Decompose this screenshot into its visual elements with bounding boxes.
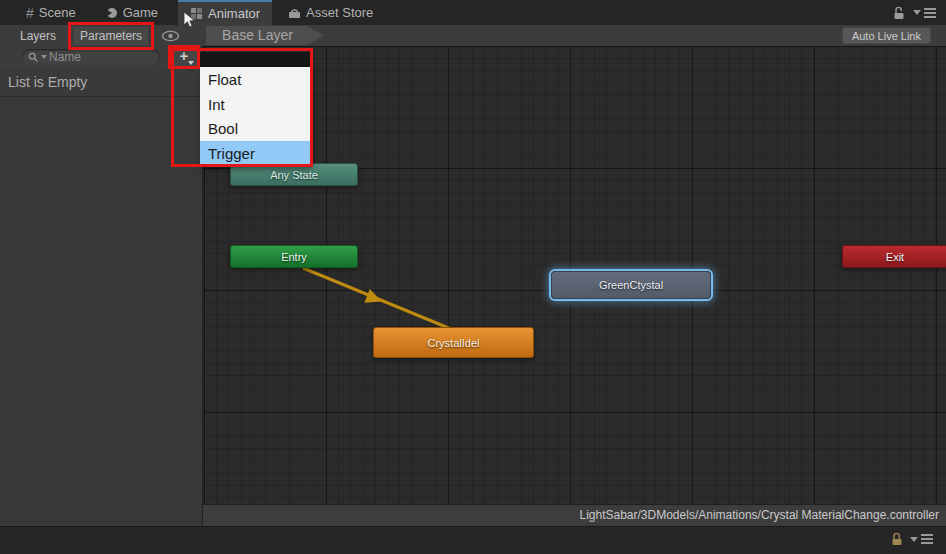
graph-canvas[interactable]: Any State Entry Exit GreenCtystal Crysta… [204, 46, 946, 504]
menu-item-int[interactable]: Int [200, 92, 310, 117]
node-greenctystal[interactable]: GreenCtystal [551, 271, 711, 299]
unlock-icon[interactable] [893, 6, 905, 20]
tab-animator[interactable]: Animator [178, 0, 272, 25]
lock-icon[interactable] [891, 532, 903, 546]
menu-item-trigger[interactable]: Trigger [200, 141, 310, 166]
tab-label: Scene [39, 5, 76, 20]
tab-layers[interactable]: Layers [20, 29, 56, 43]
parameter-search-row: + [0, 46, 202, 68]
tab-parameters[interactable]: Parameters [74, 27, 148, 45]
node-any-state[interactable]: Any State [230, 163, 358, 186]
caret-down-icon [188, 61, 194, 65]
search-field[interactable] [22, 49, 160, 65]
menu-item-bool[interactable]: Bool [200, 117, 310, 142]
menu-icon-bottom[interactable] [910, 534, 933, 544]
bag-icon [288, 7, 301, 19]
animator-toolbar: Layers Parameters Base Layer Auto Live L… [0, 25, 946, 46]
bottom-panel-strip [0, 526, 946, 554]
parameters-panel: + List is Empty [0, 46, 203, 526]
tab-asset-store[interactable]: Asset Store [276, 0, 385, 25]
add-parameter-button[interactable]: + [171, 48, 197, 66]
menu-icon[interactable] [913, 8, 936, 18]
grid-icon: # [26, 5, 34, 21]
search-filter-caret-icon [41, 55, 47, 59]
tab-label: Animator [208, 6, 260, 21]
auto-live-link-button[interactable]: Auto Live Link [842, 27, 931, 44]
tab-bar: # Scene Game Animator Asset Stor [0, 0, 946, 25]
tab-game[interactable]: Game [94, 0, 170, 25]
tab-scene[interactable]: # Scene [14, 0, 88, 25]
node-crystalidel[interactable]: CrystalIdel [373, 327, 534, 358]
tab-label: Game [123, 5, 158, 20]
pacman-icon [106, 7, 118, 19]
search-input[interactable] [49, 50, 149, 64]
node-entry[interactable]: Entry [230, 245, 358, 268]
animator-window: # Scene Game Animator Asset Stor [0, 0, 946, 554]
asset-path: LightSabar/3DModels/Animations/Crystal M… [579, 508, 939, 522]
eye-icon[interactable] [161, 30, 180, 42]
breadcrumb-base-layer[interactable]: Base Layer [206, 26, 324, 45]
menu-item-float[interactable]: Float [200, 67, 310, 92]
add-parameter-menu: Float Int Bool Trigger [200, 67, 310, 166]
node-exit[interactable]: Exit [842, 245, 946, 268]
status-bar: LightSabar/3DModels/Animations/Crystal M… [203, 504, 946, 526]
dropdown-shadow-strip [200, 52, 310, 67]
tab-label: Asset Store [306, 5, 373, 20]
search-icon [28, 52, 39, 63]
empty-list-label: List is Empty [0, 68, 202, 97]
animator-icon [190, 7, 203, 20]
